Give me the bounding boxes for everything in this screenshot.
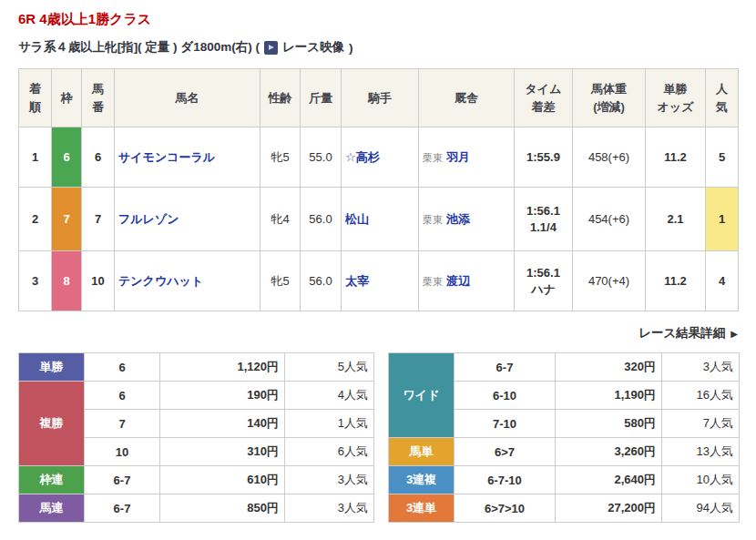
race-conditions-text: サラ系４歳以上牝[指]( 定量 ) ダ1800m(右) (	[18, 39, 260, 56]
race-result-page: 6R 4歳以上1勝クラス サラ系４歳以上牝[指]( 定量 ) ダ1800m(右)…	[0, 0, 756, 523]
payout-row-tansho: 単勝 6 1,120円 5人気	[19, 353, 374, 382]
carried-weight: 56.0	[301, 251, 342, 311]
body-weight: 458(+6)	[573, 127, 646, 188]
bet-numbers: 6-10	[455, 382, 556, 410]
payout-amount: 580円	[556, 410, 662, 438]
payout-popularity: 3人気	[285, 494, 374, 523]
stable-region: 栗東	[423, 214, 443, 225]
payout-section: 単勝 6 1,120円 5人気 複勝 6 190円 4人気 7 140円 1人気…	[18, 352, 738, 523]
payout-amount: 27,200円	[556, 494, 662, 523]
trainer-link[interactable]: 池添	[446, 212, 470, 226]
payout-popularity: 3人気	[285, 466, 374, 494]
table-row: 1 6 6 サイモンコーラル 牝5 55.0 ☆高杉 栗東羽月 1:55.9 4…	[19, 127, 739, 188]
col-horse: 馬名	[115, 69, 261, 127]
bet-type-label: 馬連	[19, 494, 85, 523]
horse-name-link[interactable]: フルレゾン	[118, 212, 179, 226]
payout-amount: 140円	[160, 410, 285, 438]
payout-amount: 610円	[160, 466, 285, 494]
payout-popularity: 10人気	[662, 466, 740, 494]
payout-popularity: 5人気	[285, 353, 374, 382]
payout-table-left: 単勝 6 1,120円 5人気 複勝 6 190円 4人気 7 140円 1人気…	[18, 352, 374, 523]
frame-badge: 7	[52, 188, 82, 251]
body-weight: 454(+6)	[573, 188, 646, 251]
col-body-weight: 馬体重 (増減)	[573, 69, 646, 127]
payout-row-sanrentan: 3連単 6>7>10 27,200円 94人気	[389, 494, 740, 523]
horse-name-link[interactable]: テンクウハット	[118, 274, 203, 288]
bet-numbers: 7	[85, 410, 160, 438]
payout-row-wakuren: 枠連 6-7 610円 3人気	[19, 466, 374, 494]
horse-number: 7	[82, 188, 115, 251]
win-odds: 2.1	[646, 188, 706, 251]
jockey-link[interactable]: ☆高杉	[345, 150, 380, 164]
stable-region: 栗東	[423, 276, 443, 287]
bet-type-label: 3連複	[389, 466, 455, 494]
payout-popularity: 7人気	[662, 410, 740, 438]
race-conditions-close-paren: )	[349, 41, 353, 55]
jockey-link[interactable]: 松山	[345, 212, 369, 226]
bet-numbers: 6-7	[85, 494, 160, 523]
payout-table-right: ワイド 6-7 320円 3人気 6-10 1,190円 16人気 7-10 5…	[388, 352, 740, 523]
bet-type-label: ワイド	[389, 353, 455, 438]
col-jockey: 騎手	[342, 69, 419, 127]
popularity-value: 4	[706, 251, 739, 311]
bet-numbers: 6>7	[455, 438, 556, 466]
carried-weight: 56.0	[301, 188, 342, 251]
payout-row-umaren: 馬連 6-7 850円 3人気	[19, 494, 374, 523]
bet-type-label: 3連単	[389, 494, 455, 523]
jockey-link[interactable]: 太宰	[345, 274, 369, 288]
trainer-link[interactable]: 渡辺	[446, 274, 470, 288]
race-conditions: サラ系４歳以上牝[指]( 定量 ) ダ1800m(右) ( レース映像 )	[18, 39, 738, 56]
payout-amount: 190円	[160, 382, 285, 410]
race-result-detail-link[interactable]: レース結果詳細▶	[639, 326, 738, 340]
body-weight: 470(+4)	[573, 251, 646, 311]
payout-amount: 320円	[556, 353, 662, 382]
col-time: タイム 着差	[515, 69, 573, 127]
col-stable: 厩舎	[419, 69, 515, 127]
win-odds: 11.2	[646, 127, 706, 188]
race-video-link[interactable]: レース映像	[282, 39, 344, 56]
payout-amount: 1,120円	[160, 353, 285, 382]
col-sex-age: 性齢	[261, 69, 301, 127]
col-popularity: 人 気	[706, 69, 739, 127]
payout-popularity: 13人気	[662, 438, 740, 466]
bet-type-label: 馬単	[389, 438, 455, 466]
payout-amount: 850円	[160, 494, 285, 523]
race-results-table: 着 順 枠 馬 番 馬名 性齢 斤量 騎手 厩舎 タイム 着差 馬体重 (増減)…	[18, 68, 739, 311]
rank-value: 1	[19, 127, 52, 188]
carried-weight: 55.0	[301, 127, 342, 188]
payout-popularity: 4人気	[285, 382, 374, 410]
bet-numbers: 6	[85, 382, 160, 410]
horse-number: 6	[82, 127, 115, 188]
payout-row-umatan: 馬単 6>7 3,260円 13人気	[389, 438, 740, 466]
payout-amount: 3,260円	[556, 438, 662, 466]
detail-link-row: レース結果詳細▶	[18, 324, 738, 341]
horse-name-link[interactable]: サイモンコーラル	[118, 150, 215, 164]
bet-numbers: 6	[85, 353, 160, 382]
sex-age: 牝5	[261, 127, 301, 188]
table-row: 2 7 7 フルレゾン 牝4 56.0 松山 栗東池添 1:56.1 1.1/4…	[19, 188, 739, 251]
payout-popularity: 1人気	[285, 410, 374, 438]
payout-popularity: 94人気	[662, 494, 740, 523]
sex-age: 牝4	[261, 188, 301, 251]
payout-amount: 310円	[160, 438, 285, 466]
bet-numbers: 10	[85, 438, 160, 466]
col-odds: 単勝 オッズ	[646, 69, 706, 127]
rank-value: 2	[19, 188, 52, 251]
trainer-link[interactable]: 羽月	[446, 150, 470, 164]
payout-amount: 1,190円	[556, 382, 662, 410]
payout-row-fukusho: 複勝 6 190円 4人気	[19, 382, 374, 410]
col-rank: 着 順	[19, 69, 52, 127]
race-title: 6R 4歳以上1勝クラス	[18, 11, 738, 28]
bet-numbers: 6-7	[85, 466, 160, 494]
payout-popularity: 16人気	[662, 382, 740, 410]
win-odds: 11.2	[646, 251, 706, 311]
col-number: 馬 番	[82, 69, 115, 127]
stable-region: 栗東	[423, 152, 443, 163]
payout-popularity: 6人気	[285, 438, 374, 466]
bet-numbers: 6-7-10	[455, 466, 556, 494]
sex-age: 牝5	[261, 251, 301, 311]
bet-type-label: 複勝	[19, 382, 85, 466]
payout-row-sanrenpuku: 3連複 6-7-10 2,640円 10人気	[389, 466, 740, 494]
col-weight: 斤量	[301, 69, 342, 127]
play-video-icon	[264, 41, 278, 55]
